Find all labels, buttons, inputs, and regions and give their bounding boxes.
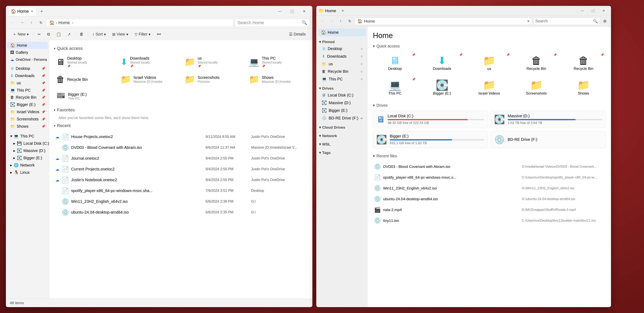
tab-home-1[interactable]: 🏠 Home ✕ [8,7,36,16]
qa-screenshots[interactable]: 📁 Screenshots Pictures [182,72,244,86]
details-btn-1[interactable]: ☰ Details [286,30,308,38]
sidebar-item-linux[interactable]: ▸ 🐧 Linux [7,169,48,176]
recent2-item-3[interactable]: 💿 ubuntu-24.04-desktop-amd64.iso G:\ubun… [373,194,606,204]
back-btn-1[interactable]: ← [9,19,16,27]
qa-thispc[interactable]: 💻 This PC Stored locally 📌 [246,54,308,70]
qa-israelvideos[interactable]: 📁 Israel Videos Massive (D:)\media [118,72,180,86]
refresh-btn-2[interactable]: ↻ [346,17,354,25]
sidebar2-downloads[interactable]: ⬇ Downloads ⊕ [318,53,366,60]
pinned-section-header-2[interactable]: ▾ Pinned [316,38,367,45]
maximize-btn-2[interactable]: ⬜ [588,7,598,14]
sidebar2-recyclebin[interactable]: 🗑 Recycle Bin ⊕ [318,68,366,75]
sidebar2-localc[interactable]: 🖥 Local Disk (C:) [318,92,366,99]
sidebar2-home-item[interactable]: 🏠 Home [318,28,366,36]
new-btn-1[interactable]: ＋ New ▾ [10,30,32,38]
tab-close-1[interactable]: ✕ [30,9,34,13]
sort-btn-1[interactable]: ↕ Sort ▾ [90,30,109,38]
sidebar-item-thispc[interactable]: 💻 This PC 📌 [7,87,48,94]
sidebar-item-downloads[interactable]: ⬇ Downloads 📌 [7,72,48,79]
qa-downloads[interactable]: ⬇ Downloads Stored locally 📌 [118,54,180,70]
qa2-screenshots[interactable]: 📁 Screenshots [514,76,558,97]
refresh-btn-1[interactable]: ↻ [37,19,45,27]
qa-section-header-2[interactable]: ▾ Quick access [373,44,606,48]
sidebar-item-network[interactable]: ▸ 🌐 Network [7,161,48,169]
search-bar-1[interactable]: Search Home 🔍 [235,19,310,27]
qa-bigger-e[interactable]: Bigger (E:) This PC [54,89,115,104]
sidebar2-desktop[interactable]: 🖥 Desktop ⊕ [318,45,366,52]
recent-item-0[interactable]: ☁ 📄 House Projects.onetoc2 9/11/2024 8:5… [54,131,308,142]
sidebar-item-recyclebin[interactable]: 🗑 Recycle Bin 📌 [7,94,48,101]
recent-item-1[interactable]: 💿 DVD03 - Blood Covenant with Abram.iso … [54,142,308,153]
recent-item-6[interactable]: 💿 Win11_23H2_English_x64v2.iso 6/6/2024 … [54,196,308,207]
up-btn-2[interactable]: ↑ [337,17,344,25]
delete-btn-1[interactable]: 🗑 [77,30,86,38]
minimize-btn-1[interactable]: — [274,7,286,15]
recent-item-3[interactable]: ☁ 📄 Current Projects.onetoc2 9/4/2024 2:… [54,164,308,174]
drive-item-f[interactable]: 💿 BD-RE Drive (F:) [491,131,606,148]
close-btn-2[interactable]: ✕ [598,7,609,14]
network-section-header-2[interactable]: ▾ Network [316,132,367,139]
qa2-shows[interactable]: 📁 Shows [562,76,606,97]
search-bar-2[interactable]: Search 🔍 [533,17,600,25]
minimize-btn-2[interactable]: — [577,7,588,14]
close-btn-1[interactable]: ✕ [298,7,310,15]
sidebar-item-us[interactable]: 📁 us 📌 [7,79,48,86]
breadcrumb-1[interactable]: 🏠 › Home › [46,19,234,27]
qa2-downloads[interactable]: 📌 ⬇ Downloads [420,52,464,73]
drives-section-header-2[interactable]: ▾ Drives [316,85,367,91]
recent2-item-2[interactable]: 💿 Win11_23H2_English_x64v2.iso G:\Win11_… [373,183,606,193]
sidebar-item-bigger[interactable]: 💽 Bigger (E:) 📌 [7,101,48,108]
qa2-thispc[interactable]: 📌 💻 This PC [373,76,417,97]
settings-btn-2[interactable]: ⚙ [601,17,609,25]
qa-recyclebin[interactable]: 🗑 Recycle Bin [54,72,115,86]
sidebar-item-massed[interactable]: ▸ 💽 Massive (D:) [7,147,48,154]
sidebar2-bdre[interactable]: 💿 BD-RE Drive (F:) ⏏ [318,114,366,122]
address-bar-2[interactable]: 🏠 Home ▾ [355,17,532,25]
sidebar-item-localc[interactable]: ▸ 💾 Local Disk (C:) [7,140,48,147]
sidebar-item-screenshots[interactable]: 📁 Screenshots 📌 [7,116,48,123]
maximize-btn-1[interactable]: ⬜ [286,7,298,15]
recent2-item-0[interactable]: 💿 DVD03 - Blood Covenant with Abram.iso … [373,161,606,172]
recent-header[interactable]: ▾ Recent [54,123,308,128]
sidebar2-massed[interactable]: 💽 Massive (D:) [318,99,366,107]
more-btn-1[interactable]: ••• [154,30,164,38]
wsl-section-header-2[interactable]: ▾ WSL [316,141,367,147]
new-tab-btn-2[interactable]: + [339,7,346,14]
forward-btn-1[interactable]: → [18,19,26,27]
forward-btn-2[interactable]: → [328,17,336,25]
qa2-recyclebin1[interactable]: 📌 🗑 Recycle Bin [514,52,558,73]
sidebar2-thispc[interactable]: 💻 This PC ⊕ [318,75,366,83]
recent-section-header-2[interactable]: ▾ Recent files [373,154,606,158]
filter-btn-1[interactable]: ▽ Filter ▾ [132,30,153,38]
qa-desktop[interactable]: 🖥 Desktop Stored locally 📌 [54,54,115,70]
favorites-header[interactable]: ▾ Favorites [54,108,308,113]
sidebar-item-onedrive[interactable]: ☁ OneDrive - Persona [7,56,48,63]
drives-section-header-main-2[interactable]: ▾ Drives [373,103,606,108]
recent2-item-5[interactable]: 💿 tiny11.iso C:\Users\us\Desktop\tiny11b… [373,215,606,226]
sidebar-item-israelvideos[interactable]: 📁 Israel Videos 📌 [7,108,48,115]
recent2-item-4[interactable]: 🎬 nala-2.mp4 D:\MCEmapper\Stuff\VR\nala-… [373,205,606,215]
recent2-item-1[interactable]: 📄 spotify_player-x86_64-pc-windows-msvc.… [373,172,606,183]
qa2-desktop[interactable]: 📌 🖥 Desktop [373,52,417,73]
sidebar2-bigger[interactable]: 💽 Bigger (E:) [318,107,366,114]
drive-item-e[interactable]: 💽 Bigger (E:) 631.1 GB free of 1.82 TB [373,131,488,148]
qa2-recyclebin2[interactable]: 📌 🗑 Recycle Bin [562,52,606,73]
sidebar-item-thispc-tree[interactable]: ▾ 💻 This PC [7,133,48,140]
quick-access-header[interactable]: ▾ Quick access [54,46,308,51]
copy-btn-1[interactable]: ⧉ [44,30,53,38]
qa2-bigger[interactable]: 💽 Bigger (E:) [420,76,464,97]
recent-item-2[interactable]: ☁ 📄 Journal.onetoc2 9/4/2024 2:55 PM Jus… [54,153,308,164]
sidebar-item-bigger-e[interactable]: ▸ 💽 Bigger (E:) [7,154,48,161]
share-btn-1[interactable]: ↗ [65,30,74,38]
up-btn-1[interactable]: ↑ [28,19,35,27]
qa-us[interactable]: 📁 us Stored locally 📌 [182,54,244,70]
drive-item-d[interactable]: 💽 Massive (D:) 1.02 TB free of 3.64 TB [491,111,606,128]
cloud-section-header-2[interactable]: ▾ Cloud Drives [316,124,367,130]
qa-shows[interactable]: 📁 Shows Massive (D:)\media [246,72,308,86]
view-btn-1[interactable]: ⊞ View ▾ [110,30,131,38]
qa2-israelvideos[interactable]: 📁 Israel Videos [467,76,511,97]
drive-item-c[interactable]: 🖥 Local Disk (C:) 38.32 GB free of 222.3… [373,111,488,128]
sidebar-item-home[interactable]: 🏠 Home [7,42,48,49]
cut-btn-1[interactable]: ✂ [35,30,44,38]
sidebar2-us[interactable]: 📁 us ⊕ [318,60,366,68]
